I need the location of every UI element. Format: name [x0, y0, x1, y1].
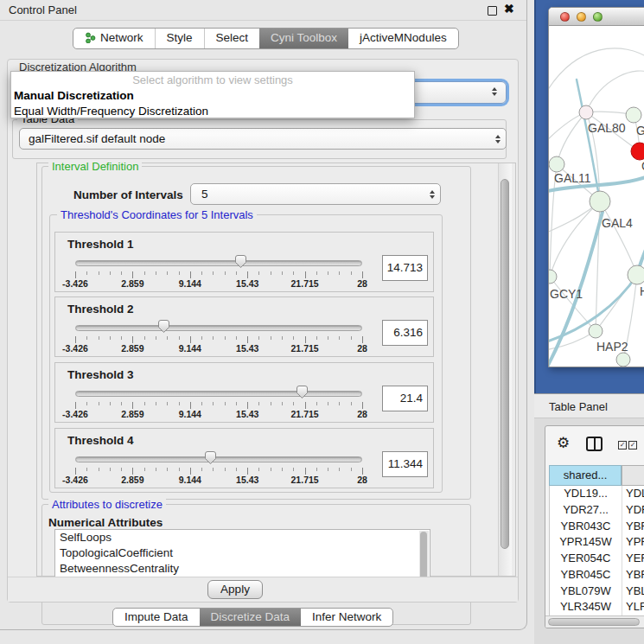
node-label: GAL4	[602, 216, 633, 230]
node-table-container: ⚙ ✓ ✓ shared...na YDL19...YDL1YDR27...YD…	[545, 425, 644, 628]
slider-track[interactable]	[75, 325, 362, 331]
panel-scrollbar[interactable]	[498, 163, 512, 576]
threshold-value-field[interactable]: 21.4	[382, 386, 428, 411]
threshold-value-field[interactable]: 14.713	[382, 255, 428, 281]
column-header-2[interactable]: na	[622, 465, 644, 486]
tab-cyni-toolbox[interactable]: Cyni Toolbox	[259, 29, 348, 48]
slider-tick-labels: -3.4262.8599.14415.4321.71528	[75, 409, 362, 420]
slider-tick-labels: -3.4262.8599.14415.4321.71528	[75, 475, 362, 486]
table-row[interactable]: YDL19...YDL1	[550, 486, 644, 502]
network-node[interactable]	[616, 353, 630, 367]
network-node-h[interactable]	[628, 265, 644, 284]
cell-shared-name[interactable]: YBR045C	[550, 567, 622, 583]
slider-track[interactable]	[75, 456, 362, 462]
dropdown-option-manual-discretization[interactable]: Manual Discretization	[11, 88, 414, 104]
cell-shared-name[interactable]: YPR145W	[550, 534, 622, 551]
network-node-gal80[interactable]	[579, 105, 593, 119]
network-node-gal4[interactable]	[590, 191, 610, 212]
tab-label: Cyni Toolbox	[271, 31, 337, 44]
cell-name[interactable]: YPR1	[622, 534, 644, 551]
table-row[interactable]: YBL079WYBL0	[550, 583, 644, 600]
table-data-combobox[interactable]: galFiltered.sif default node	[19, 128, 507, 150]
numerical-attributes-heading: Numerical Attributes	[48, 516, 163, 529]
slider-thumb[interactable]	[296, 385, 309, 399]
table-row[interactable]: YPR145WYPR1	[550, 534, 644, 551]
cell-name[interactable]: YDL1	[622, 486, 644, 502]
tab-network[interactable]: Network	[73, 29, 155, 48]
cell-shared-name[interactable]: YER054C	[550, 551, 622, 567]
table-row[interactable]: YDR27...YDR2	[550, 502, 644, 519]
panel-scrollbar-thumb[interactable]	[501, 179, 509, 549]
tab-label: Network	[100, 31, 143, 44]
dropdown-option-equal-width-frequency-discretization[interactable]: Equal Width/Frequency Discretization	[11, 104, 414, 119]
float-window-icon[interactable]	[488, 6, 497, 16]
threshold-title: Threshold 3	[67, 368, 134, 381]
cell-shared-name[interactable]: YDL19...	[550, 486, 622, 502]
table-panel-title: Table Panel	[549, 400, 608, 413]
table-rows: YDL19...YDL1YDR27...YDR2YBR043CYBR0YPR14…	[549, 486, 644, 615]
table-row[interactable]: YBR045CYBR0	[550, 567, 644, 583]
node-label: GAL11	[554, 171, 591, 185]
attribute-item-betweennesscentrality[interactable]: BetweennessCentrality	[55, 561, 430, 577]
bottom-tab-impute-data[interactable]: Impute Data	[113, 609, 200, 626]
network-icon	[85, 32, 96, 43]
network-node-gcy1[interactable]	[549, 270, 557, 284]
panel-title: Control Panel	[9, 3, 77, 16]
column-header-1[interactable]: shared...	[549, 465, 622, 486]
cell-name[interactable]: YBR0	[622, 519, 644, 535]
slider-track[interactable]	[75, 260, 362, 266]
threshold-title: Threshold 2	[67, 303, 134, 316]
cell-name[interactable]: YDR2	[622, 502, 644, 519]
tab-select[interactable]: Select	[204, 29, 260, 48]
tab-label: jActiveMNodules	[360, 31, 447, 44]
bottom-tab-discretize-data[interactable]: Discretize Data	[200, 609, 302, 626]
threshold-value-field[interactable]: 11.344	[382, 451, 428, 477]
network-node-c[interactable]	[631, 143, 644, 160]
tab-label: Infer Network	[312, 610, 381, 623]
cell-shared-name[interactable]: YDR27...	[550, 502, 622, 519]
cell-name[interactable]: YBR0	[622, 567, 644, 583]
settings-gear-icon[interactable]: ⚙	[557, 436, 570, 450]
node-label: H	[640, 284, 644, 298]
network-node-gal11[interactable]	[549, 156, 564, 172]
cell-shared-name[interactable]: YBR043C	[550, 519, 622, 535]
close-icon[interactable]: ✖	[504, 2, 514, 16]
attribute-item-topologicalcoefficient[interactable]: TopologicalCoefficient	[55, 545, 430, 561]
slider-thumb[interactable]	[157, 319, 170, 334]
zoom-traffic-light-icon[interactable]	[593, 12, 603, 22]
cell-name[interactable]: YBL0	[622, 583, 644, 600]
table-row[interactable]: YLR345WYLR3	[550, 599, 644, 615]
tab-label: Discretize Data	[211, 610, 290, 623]
attribute-item-selfloops[interactable]: SelfLoops	[55, 530, 430, 545]
node-label: HAP2	[596, 340, 628, 354]
number-of-intervals-value: 5	[191, 188, 424, 201]
cell-shared-name[interactable]: YBL079W	[550, 583, 622, 600]
threshold-value-field[interactable]: 6.316	[382, 320, 428, 346]
table-row[interactable]: YER054CYER0	[550, 551, 644, 567]
cell-shared-name[interactable]: YLR345W	[550, 599, 622, 615]
slider-thumb[interactable]	[204, 450, 217, 465]
slider-track[interactable]	[75, 391, 362, 397]
network-node-ga[interactable]	[626, 107, 641, 123]
network-node-hap2[interactable]	[589, 324, 603, 338]
deselect-checkbox-icon[interactable]: ✓	[628, 441, 637, 450]
apply-row	[8, 577, 518, 602]
tab-style[interactable]: Style	[155, 29, 204, 48]
network-desktop-background: GAL80GACGAL11GAL4GCY1HHAP2	[534, 0, 644, 393]
table-hscrollbar-thumb[interactable]	[548, 618, 640, 626]
cell-name[interactable]: YLR3	[622, 599, 644, 615]
bottom-tab-infer-network[interactable]: Infer Network	[301, 609, 392, 626]
select-all-checkbox-icon[interactable]: ✓	[618, 441, 627, 450]
apply-button[interactable]: Apply	[207, 580, 263, 599]
number-of-intervals-combobox[interactable]: 5	[190, 183, 441, 205]
close-traffic-light-icon[interactable]	[560, 12, 570, 22]
slider-thumb[interactable]	[234, 254, 247, 269]
network-window-titlebar[interactable]	[549, 8, 644, 26]
network-canvas[interactable]: GAL80GACGAL11GAL4GCY1HHAP2	[549, 26, 644, 367]
cell-name[interactable]: YER0	[622, 551, 644, 567]
table-horizontal-scrollbar[interactable]	[545, 615, 644, 628]
tab-jactivemnodules[interactable]: jActiveMNodules	[348, 29, 458, 48]
minimize-traffic-light-icon[interactable]	[577, 12, 586, 22]
table-row[interactable]: YBR043CYBR0	[550, 519, 644, 535]
split-columns-icon[interactable]	[586, 437, 603, 451]
